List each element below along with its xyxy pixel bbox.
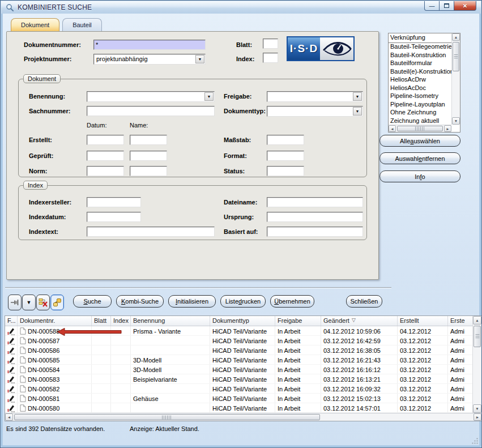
remove-structure-button[interactable]: [36, 295, 50, 310]
scrollbar-thumb[interactable]: [474, 326, 481, 347]
table-horizontal-scrollbar[interactable]: ◄ ►: [5, 413, 481, 421]
sort-filter-icon[interactable]: ▽: [352, 317, 356, 326]
scroll-left-icon[interactable]: ◄: [5, 413, 13, 421]
dokumenttyp-cell: HiCAD Teil/Variante: [210, 384, 275, 393]
apply-button[interactable]: Übernehmen: [270, 295, 314, 308]
scroll-up-icon[interactable]: ▲: [452, 33, 460, 41]
column-header-blatt[interactable]: Blatt: [92, 316, 111, 326]
resize-grip[interactable]: [471, 437, 479, 445]
maximize-button[interactable]: [439, 1, 454, 11]
scroll-right-icon[interactable]: ►: [444, 125, 451, 132]
chevron-down-icon[interactable]: ▼: [353, 107, 362, 116]
erstellt-cell: 03.12.2012: [398, 345, 448, 355]
list-item[interactable]: Pipeline-Layoutplan: [389, 101, 451, 109]
list-item[interactable]: Bauteil-Teilegeometrie: [389, 43, 451, 52]
ersteller-cell: Admi: [448, 365, 472, 374]
status-input[interactable]: [267, 166, 304, 176]
table-row[interactable]: DN-000587 HiCAD Teil/Variante In Arbeit …: [5, 336, 472, 345]
select-all-button[interactable]: Alle auswählen: [379, 135, 460, 147]
column-header-geaendert[interactable]: Geändert ▽: [321, 316, 398, 326]
workflow-pen-icon: [7, 356, 15, 364]
indextext-input[interactable]: [87, 227, 215, 237]
indexersteller-input[interactable]: [87, 197, 141, 207]
list-item[interactable]: HeliosAcDoc: [389, 84, 451, 93]
table-row[interactable]: DN-000583 Beispielvariante HiCAD Teil/Va…: [5, 374, 472, 384]
chevron-down-icon[interactable]: ▼: [204, 92, 214, 101]
scroll-right-icon[interactable]: ►: [474, 413, 481, 421]
list-item[interactable]: Bauteil(e)-Konstruktion: [389, 68, 451, 76]
column-header-erstellt[interactable]: Erstellt: [398, 316, 448, 326]
link-list-horizontal-scrollbar[interactable]: ◄ ►: [389, 125, 451, 132]
geprueft-datum-input[interactable]: [87, 151, 124, 161]
geprueft-name-input[interactable]: [130, 151, 167, 161]
projektnummer-combobox[interactable]: projektunabhängig ▼: [93, 54, 206, 65]
freigabe-combobox[interactable]: ▼: [267, 91, 363, 102]
indexdatum-input[interactable]: [87, 212, 141, 222]
scrollbar-thumb[interactable]: [453, 42, 459, 71]
erstellt-datum-input[interactable]: [87, 135, 124, 145]
sachnummer-input[interactable]: [87, 106, 215, 116]
list-item[interactable]: Zeichnung aktuell: [389, 117, 451, 125]
column-header-freigabe[interactable]: Freigabe: [275, 316, 321, 326]
dateiname-input[interactable]: [267, 197, 363, 207]
list-item[interactable]: Pipeline-Isometry: [389, 92, 451, 101]
link-list-vertical-scrollbar[interactable]: ▲ ▼: [451, 33, 460, 125]
info-button[interactable]: Info: [379, 170, 460, 182]
column-header-dokumentnr[interactable]: Dokumentnr.: [18, 316, 92, 326]
column-header-benennung[interactable]: Benennung: [131, 316, 210, 326]
erstellt-name-input[interactable]: [130, 135, 167, 145]
scrollbar-thumb[interactable]: [397, 126, 443, 131]
column-header-dokumenttyp[interactable]: Dokumenttyp: [210, 316, 275, 326]
ursprung-input[interactable]: [267, 212, 363, 222]
scroll-down-icon[interactable]: ▼: [473, 404, 481, 413]
scroll-up-icon[interactable]: ▲: [473, 316, 481, 325]
scroll-down-icon[interactable]: ▼: [452, 117, 460, 125]
table-row[interactable]: DN-000584 3D-Modell HiCAD Teil/Variante …: [5, 365, 472, 374]
print-list-button[interactable]: Liste drucken: [220, 295, 266, 308]
list-item[interactable]: Ohne Zeichnung: [389, 109, 451, 117]
close-dialog-button[interactable]: Schließen: [346, 295, 382, 308]
display-mode-status: Anzeige: Aktueller Stand.: [130, 425, 199, 432]
minimize-button[interactable]: —: [424, 1, 440, 11]
link-parts-button[interactable]: [50, 295, 64, 310]
dokumentnummer-input[interactable]: [93, 40, 206, 50]
remove-selection-button[interactable]: Auswahl entfernen: [379, 152, 460, 164]
blatt-input[interactable]: [263, 39, 278, 49]
list-item[interactable]: HeliosAcDrw: [389, 76, 451, 84]
table-row[interactable]: DN-000582 HiCAD Teil/Variante In Arbeit …: [5, 384, 472, 394]
table-row[interactable]: DN-000580 HiCAD Teil/Variante In Arbeit …: [5, 403, 472, 413]
table-row[interactable]: DN-000586 HiCAD Teil/Variante In Arbeit …: [5, 345, 472, 355]
format-input[interactable]: [267, 151, 304, 161]
column-header-index[interactable]: Index: [111, 316, 131, 326]
index-input[interactable]: [263, 53, 278, 63]
benennung-cell: Prisma - Variante: [131, 326, 210, 335]
table-row[interactable]: DN-000585 3D-Modell HiCAD Teil/Variante …: [5, 355, 472, 365]
scrollbar-thumb[interactable]: [14, 414, 320, 420]
filter-button[interactable]: ▼: [22, 295, 36, 310]
norm-datum-input[interactable]: [87, 166, 124, 176]
basiert-auf-input[interactable]: [267, 227, 363, 237]
close-button[interactable]: ✕: [454, 1, 476, 11]
list-item[interactable]: Bauteil-Konstruktion: [389, 52, 451, 60]
ersteller-cell: Admi: [448, 355, 472, 364]
kombi-search-button[interactable]: Kombi-Suche: [116, 295, 164, 308]
table-vertical-scrollbar[interactable]: ▲ ▼: [472, 316, 481, 413]
chevron-down-icon[interactable]: ▼: [195, 55, 204, 63]
column-header-ersteller[interactable]: Erste: [448, 316, 472, 326]
chevron-down-icon[interactable]: ▼: [353, 92, 362, 101]
initialize-button[interactable]: Initialisieren: [168, 295, 216, 308]
titlebar[interactable]: KOMBINIERTE SUCHE — ✕: [1, 1, 481, 14]
pin-button[interactable]: [8, 295, 22, 310]
column-header-f[interactable]: F...: [5, 316, 18, 326]
dokumenttyp-combobox[interactable]: ▼: [267, 106, 363, 117]
format-label: Format:: [224, 152, 247, 159]
list-item[interactable]: Bauteilformular: [389, 59, 451, 68]
table-row[interactable]: DN-000581 Gehäuse HiCAD Teil/Variante In…: [5, 394, 472, 403]
benennung-combobox[interactable]: ▼: [87, 91, 215, 102]
scroll-left-icon[interactable]: ◄: [389, 125, 396, 132]
search-button[interactable]: Suche: [73, 295, 112, 308]
tab-bauteil[interactable]: Bauteil: [62, 18, 102, 31]
massstab-input[interactable]: [267, 135, 304, 145]
tab-dokument[interactable]: Dokument: [11, 18, 59, 31]
norm-name-input[interactable]: [130, 166, 167, 176]
